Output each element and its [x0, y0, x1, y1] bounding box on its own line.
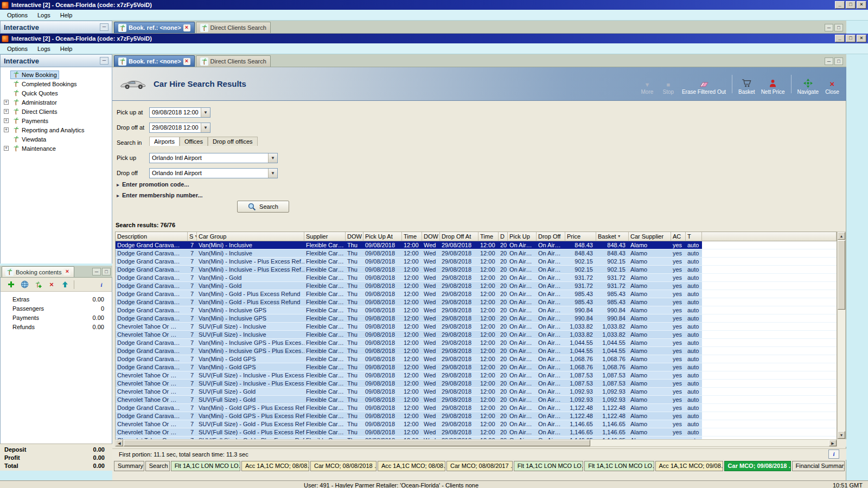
dropoff-location-select[interactable]: Orlando Intl Airport ▼: [149, 168, 278, 178]
result-row[interactable]: Dodge Grand Carava…7Van(Mini) - GoldFlex…: [116, 274, 837, 282]
expand-icon[interactable]: +: [4, 100, 9, 105]
bottom-tab-search[interactable]: Search: [145, 461, 170, 471]
panel-minimize-icon[interactable]: ─: [825, 57, 833, 65]
sidebar-item-administrator[interactable]: +Administrator: [1, 98, 112, 107]
result-row[interactable]: Dodge Grand Carava…7Van(Mini) - Inclusiv…: [116, 339, 837, 347]
sidebar-item-reporting-and-analytics[interactable]: +Reporting and Analytics: [1, 125, 112, 134]
panel-minimize-icon[interactable]: ─: [100, 23, 108, 31]
bottom-tab-acc-1a-1c-mco-08-08[interactable]: Acc 1A,1C MCO; 08/08…: [378, 461, 445, 471]
minimize-icon[interactable]: _: [835, 35, 845, 42]
bottom-tab-flt-1a-1c-lon-mco-lo[interactable]: Flt 1A,1C LON MCO LO…: [171, 461, 240, 471]
column-header-5-pick-up-at[interactable]: Pick Up At: [363, 232, 402, 241]
result-row[interactable]: Dodge Grand Carava…7Van(Mini) - Gold GPS…: [116, 355, 837, 363]
vertical-scrollbar[interactable]: ▲ ▼: [837, 232, 846, 439]
bottom-tab-car-mco-09-08-2018[interactable]: Car MCO; 09/08/2018 …: [724, 461, 791, 471]
pickup-at-input[interactable]: 09/08/2018 12:00 ▼: [149, 107, 210, 118]
close-icon[interactable]: ×: [857, 1, 866, 9]
column-header-15-car-supplier[interactable]: Car Supplier: [629, 232, 671, 241]
column-header-9-time[interactable]: Time: [478, 232, 499, 241]
panel-minimize-icon[interactable]: ─: [92, 268, 101, 275]
result-row[interactable]: Dodge Grand Carava…7Van(Mini) - Inclusiv…: [116, 258, 837, 266]
bottom-tab-acc-1a-1c-mco-08-08[interactable]: Acc 1A,1C MCO; 08/08…: [241, 461, 309, 471]
scroll-down-icon[interactable]: ▼: [838, 431, 845, 439]
result-row[interactable]: Chevrolet Tahoe Or …7SUV(Full Size) - In…: [116, 323, 837, 331]
panel-restore-icon[interactable]: □: [834, 57, 843, 65]
tab-direct-clients-search[interactable]: Direct Clients Search: [196, 55, 271, 67]
tab-offices[interactable]: Offices: [180, 137, 208, 146]
basket-button[interactable]: Basket: [738, 73, 755, 95]
bottom-tab-summary[interactable]: Summary: [114, 461, 144, 471]
menu-help[interactable]: Help: [55, 10, 78, 20]
tab-direct-clients-search[interactable]: Direct Clients Search: [196, 22, 271, 33]
sidebar-item-completed-bookings[interactable]: Completed Bookings: [1, 79, 112, 88]
close-icon[interactable]: ×: [857, 35, 866, 42]
tab-close-icon[interactable]: ×: [183, 58, 190, 65]
sidebar-item-direct-clients[interactable]: +Direct Clients: [1, 107, 112, 116]
expand-icon[interactable]: +: [4, 118, 9, 123]
result-row[interactable]: Chevrolet Tahoe Or …7SUV(Full Size) - In…: [116, 371, 837, 380]
add-booking-item-button[interactable]: [33, 280, 43, 290]
result-row[interactable]: Dodge Grand Carava…7Van(Mini) - Inclusiv…: [116, 241, 837, 249]
column-header-6-time[interactable]: Time: [402, 232, 422, 241]
column-header-7-dow[interactable]: DOW: [422, 232, 440, 241]
column-header-3-supplier[interactable]: Supplier: [304, 232, 346, 241]
search-button[interactable]: Search: [237, 201, 289, 213]
column-header-16-ac[interactable]: AC: [671, 232, 686, 241]
scrollbar-thumb[interactable]: [124, 440, 590, 446]
column-header-11-pick-up[interactable]: Pick Up: [508, 232, 537, 241]
result-row[interactable]: Dodge Grand Carava…7Van(Mini) - Gold GPS…: [116, 404, 837, 412]
sidebar-item-maintenance[interactable]: +Maintenance: [1, 144, 112, 153]
maximize-icon[interactable]: □: [846, 1, 856, 9]
column-header-10-d[interactable]: D: [499, 232, 508, 241]
column-header-0-description[interactable]: Description: [116, 232, 188, 241]
menu-options[interactable]: Options: [2, 44, 33, 54]
column-header-8-drop-off-at[interactable]: Drop Off At: [440, 232, 478, 241]
info-button-small[interactable]: i: [97, 280, 106, 290]
bottom-tab-financial-summary[interactable]: Financial Summary: [792, 461, 845, 471]
scroll-right-icon[interactable]: ▶: [829, 440, 837, 446]
result-row[interactable]: Chevrolet Tahoe Or …7SUV(Full Size) - Go…: [116, 420, 837, 428]
dropoff-at-input[interactable]: 29/08/2018 12:00 ▼: [149, 123, 210, 133]
tab-book-ref-none[interactable]: Book. ref.: <none>×: [114, 55, 195, 67]
result-row[interactable]: Dodge Grand Carava…7Van(Mini) - Inclusiv…: [116, 314, 837, 323]
result-row[interactable]: Dodge Grand Carava…7Van(Mini) - Gold GPS…: [116, 363, 837, 371]
expand-icon[interactable]: +: [4, 146, 9, 151]
bottom-tab-car-mco-08-08-2018[interactable]: Car MCO; 08/08/2018 …: [310, 461, 376, 471]
pickup-location-select[interactable]: Orlando Intl Airport ▼: [149, 153, 278, 163]
close-button[interactable]: ×Close: [825, 73, 840, 95]
bottom-tab-car-mco-08-08-2017[interactable]: Car MCO; 08/08/2017 …: [446, 461, 513, 471]
add-button[interactable]: [6, 280, 16, 290]
tab-drop-off-offices[interactable]: Drop off offices: [208, 137, 258, 146]
result-row[interactable]: Chevrolet Tahoe Or …7SUV(Full Size) - Go…: [116, 428, 837, 436]
scrollbar-thumb[interactable]: [838, 240, 845, 310]
result-row[interactable]: Chevrolet Tahoe Or …7SUV(Full Size) - Go…: [116, 388, 837, 396]
result-row[interactable]: Chevrolet Tahoe Or …7SUV(Full Size) - In…: [116, 331, 837, 339]
sidebar-item-quick-quotes[interactable]: Quick Quotes: [1, 88, 112, 98]
result-row[interactable]: Dodge Grand Carava…7Van(Mini) - Gold - P…: [116, 298, 837, 306]
panel-restore-icon[interactable]: □: [102, 268, 111, 275]
result-row[interactable]: Dodge Grand Carava…7Van(Mini) - Inclusiv…: [116, 306, 837, 314]
sidebar-item-payments[interactable]: +Payments: [1, 116, 112, 125]
info-button[interactable]: i: [828, 450, 839, 459]
panel-restore-icon[interactable]: □: [834, 24, 843, 31]
nett-price-button[interactable]: Nett Price: [761, 73, 785, 95]
delete-button[interactable]: ×: [47, 280, 56, 290]
column-header-4-dow[interactable]: DOW: [346, 232, 363, 241]
tab-booking-contents[interactable]: Booking contents ×: [2, 266, 74, 277]
tab-close-icon[interactable]: ×: [63, 268, 71, 275]
result-row[interactable]: Chevrolet Tahoe Or …7SUV(Full Size) - Go…: [116, 396, 837, 404]
scroll-up-icon[interactable]: ▲: [838, 232, 845, 240]
column-header-13-price[interactable]: Price: [565, 232, 596, 241]
search-globe-button[interactable]: [20, 280, 29, 290]
promotion-code-expander[interactable]: ▸ Enter promotion code...: [117, 181, 189, 188]
navigate-button[interactable]: Navigate: [797, 73, 819, 95]
menu-options[interactable]: Options: [2, 10, 33, 20]
maximize-icon[interactable]: □: [846, 35, 856, 42]
panel-minimize-icon[interactable]: ─: [825, 24, 833, 31]
minimize-icon[interactable]: _: [835, 1, 845, 9]
menu-help[interactable]: Help: [55, 44, 78, 54]
sidebar-item-new-booking[interactable]: New Booking: [1, 70, 112, 79]
tab-airports[interactable]: Airports: [149, 137, 180, 146]
bottom-tab-flt-1a-1c-lon-mco-lo[interactable]: Flt 1A,1C LON MCO LO…: [584, 461, 654, 471]
chevron-down-icon[interactable]: ▼: [268, 169, 277, 178]
